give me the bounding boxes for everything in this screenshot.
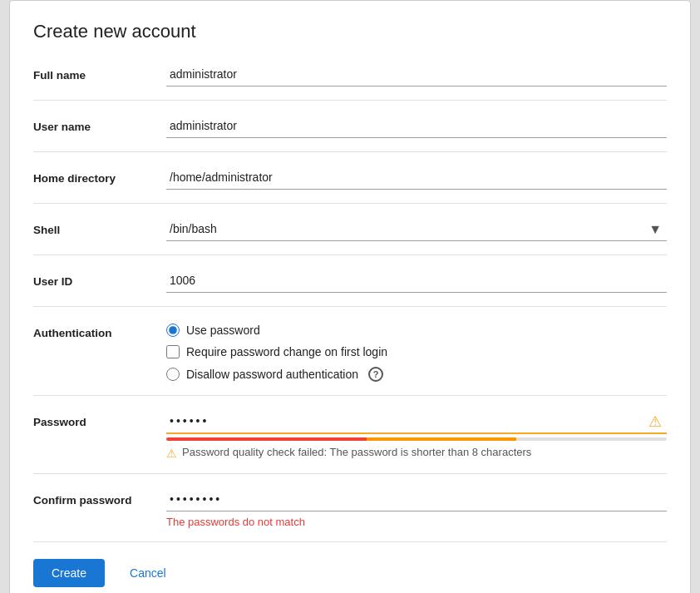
user-id-row: User ID [33, 269, 667, 307]
password-field: ⚠ ⚠ Password quality check failed: The p… [166, 409, 667, 460]
confirm-password-input[interactable] [166, 487, 667, 511]
password-row: Password ⚠ ⚠ Password quality check fail… [33, 409, 667, 474]
use-password-option: Use password [166, 324, 667, 337]
create-account-dialog: Create new account Full name User name H… [9, 0, 691, 593]
dialog-title: Create new account [33, 21, 667, 42]
help-icon[interactable]: ? [368, 367, 383, 382]
password-label: Password [33, 409, 166, 428]
authentication-row: Authentication Use password Require pass… [33, 320, 667, 396]
use-password-label: Use password [186, 324, 260, 337]
user-id-field [166, 269, 667, 293]
user-name-row: User name [33, 114, 667, 152]
shell-label: Shell [33, 217, 166, 236]
shell-select[interactable]: /bin/bash /bin/sh /bin/zsh /usr/bin/fish [166, 217, 667, 241]
use-password-radio[interactable] [166, 324, 180, 337]
full-name-label: Full name [33, 62, 166, 82]
button-row: Create Cancel [33, 559, 667, 587]
shell-field: /bin/bash /bin/sh /bin/zsh /usr/bin/fish… [166, 217, 667, 241]
password-warning-message: ⚠ Password quality check failed: The pas… [166, 446, 667, 460]
shell-row: Shell /bin/bash /bin/sh /bin/zsh /usr/bi… [33, 217, 667, 255]
create-button[interactable]: Create [33, 559, 105, 587]
full-name-input[interactable] [166, 62, 667, 86]
user-id-label: User ID [33, 269, 166, 288]
password-warning-icon: ⚠ [648, 413, 662, 431]
password-strength-bar [166, 437, 667, 441]
mismatch-message: The passwords do not match [166, 516, 667, 528]
user-id-input[interactable] [166, 269, 667, 293]
disallow-label: Disallow password authentication [186, 368, 358, 381]
home-directory-field [166, 166, 667, 190]
home-directory-label: Home directory [33, 166, 166, 185]
warning-triangle-icon: ⚠ [166, 447, 177, 460]
authentication-field: Use password Require password change on … [166, 320, 667, 382]
home-directory-row: Home directory [33, 166, 667, 204]
full-name-field [166, 62, 667, 86]
password-warning-text: Password quality check failed: The passw… [182, 446, 531, 458]
shell-select-wrapper: /bin/bash /bin/sh /bin/zsh /usr/bin/fish… [166, 217, 667, 241]
user-name-field [166, 114, 667, 138]
password-input[interactable] [166, 409, 667, 434]
require-change-option: Require password change on first login [166, 345, 667, 358]
disallow-option: Disallow password authentication ? [166, 367, 667, 382]
disallow-radio[interactable] [166, 368, 180, 381]
full-name-row: Full name [33, 62, 667, 101]
authentication-label: Authentication [33, 320, 166, 339]
confirm-password-row: Confirm password The passwords do not ma… [33, 487, 667, 542]
password-wrapper: ⚠ [166, 409, 667, 434]
require-change-label: Require password change on first login [186, 345, 387, 358]
home-directory-input[interactable] [166, 166, 667, 190]
confirm-password-field: The passwords do not match [166, 487, 667, 528]
user-name-input[interactable] [166, 114, 667, 138]
cancel-button[interactable]: Cancel [118, 559, 178, 587]
user-name-label: User name [33, 114, 166, 133]
confirm-password-label: Confirm password [33, 487, 166, 507]
require-change-checkbox[interactable] [166, 345, 180, 358]
